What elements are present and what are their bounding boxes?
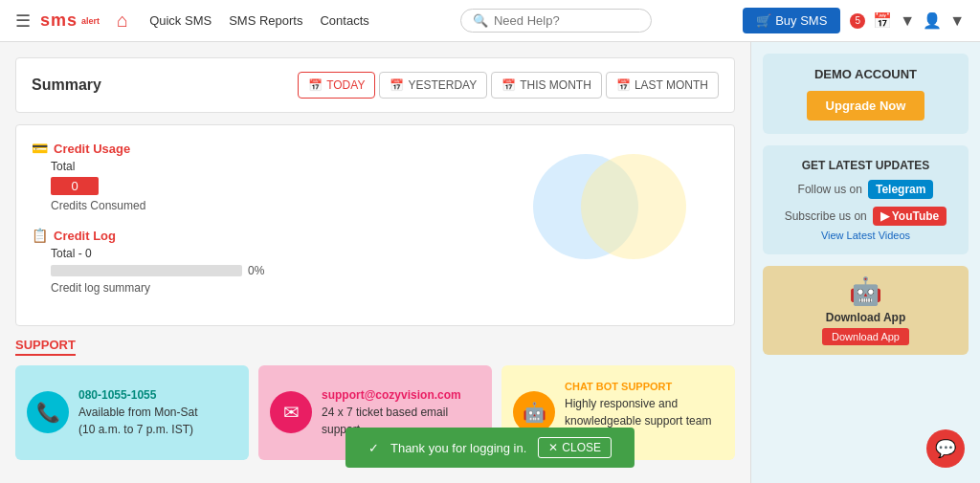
dropdown-icon[interactable]: ▼ xyxy=(949,12,965,30)
download-app-button[interactable]: Download App xyxy=(822,328,909,345)
summary-header: Summary 📅 TODAY 📅 YESTERDAY 📅 THIS MONTH… xyxy=(15,57,735,113)
phone-icon-circle: 📞 xyxy=(27,391,69,433)
main-nav: Quick SMS SMS Reports Contacts xyxy=(149,13,369,28)
main-layout: Summary 📅 TODAY 📅 YESTERDAY 📅 THIS MONTH… xyxy=(0,42,980,483)
stats-area: 💳 Credit Usage Total 0 Credits Consumed … xyxy=(15,124,735,326)
view-latest-videos-link[interactable]: View Latest Videos xyxy=(776,230,955,241)
header-icons: 5 📅 ▼ 👤 ▼ xyxy=(850,11,965,30)
checkmark-icon: ✓ xyxy=(368,441,379,455)
tab-this-month[interactable]: 📅 THIS MONTH xyxy=(491,72,602,99)
download-icon[interactable]: ▼ xyxy=(900,12,915,30)
credits-consumed-label: Credits Consumed xyxy=(51,199,338,212)
updates-title: GET LATEST UPDATES xyxy=(776,159,955,172)
header-center: 🔍 xyxy=(369,9,743,33)
stats-left: 💳 Credit Usage Total 0 Credits Consumed … xyxy=(32,141,338,310)
chatbot-link[interactable]: CHAT BOT SUPPORT xyxy=(565,379,711,395)
right-sidebar: DEMO ACCOUNT Upgrade Now GET LATEST UPDA… xyxy=(750,42,980,483)
credit-usage-label: 💳 Credit Usage xyxy=(32,141,338,156)
phone-link[interactable]: 080-1055-1055 xyxy=(78,386,198,404)
chat-icon: 💬 xyxy=(935,438,956,459)
calendar-yesterday-icon: 📅 xyxy=(390,78,404,92)
chat-bubble-button[interactable]: 💬 xyxy=(926,429,965,468)
search-input[interactable] xyxy=(494,13,637,28)
support-card-phone: 📞 080-1055-1055 Available from Mon-Sat (… xyxy=(15,365,249,460)
credit-usage-icon: 💳 xyxy=(32,141,48,156)
date-tabs: 📅 TODAY 📅 YESTERDAY 📅 THIS MONTH 📅 LAST … xyxy=(298,72,719,99)
left-content: Summary 📅 TODAY 📅 YESTERDAY 📅 THIS MONTH… xyxy=(0,42,750,483)
credit-value: 0 xyxy=(51,177,99,195)
tab-yesterday[interactable]: 📅 YESTERDAY xyxy=(379,72,487,99)
calendar-thismonth-icon: 📅 xyxy=(501,78,516,92)
header-right: 🛒 Buy SMS 5 📅 ▼ 👤 ▼ xyxy=(743,8,965,33)
email-link[interactable]: support@cozyvision.com xyxy=(322,386,480,404)
cart-icon: 🛒 xyxy=(756,13,771,28)
calendar-icon[interactable]: 📅 xyxy=(873,11,892,30)
credit-log-total: Total - 0 xyxy=(51,247,338,260)
subscribe-label: Subscribe us on xyxy=(785,209,867,223)
progress-bar-outer xyxy=(51,265,242,276)
credit-log-bar-container: 0% xyxy=(51,264,338,277)
nav-sms-reports[interactable]: SMS Reports xyxy=(229,13,302,28)
support-title: SUPPORT xyxy=(15,338,76,356)
search-icon: 🔍 xyxy=(473,13,488,28)
youtube-button[interactable]: ▶ YouTube xyxy=(873,207,947,226)
credit-log-block: 📋 Credit Log Total - 0 0% Credit log sum… xyxy=(32,228,338,295)
notification-badge: 5 xyxy=(850,13,865,29)
follow-label: Follow us on xyxy=(798,183,862,196)
credit-usage-block: 💳 Credit Usage Total 0 Credits Consumed xyxy=(32,141,338,212)
phone-line1: Available from Mon-Sat xyxy=(78,404,198,421)
summary-title: Summary xyxy=(32,77,101,94)
telegram-button[interactable]: Telegram xyxy=(868,180,933,199)
user-icon[interactable]: 👤 xyxy=(923,11,942,30)
logo-subtext: alert xyxy=(81,16,100,26)
demo-account-title: DEMO ACCOUNT xyxy=(776,67,955,81)
toast-notification: ✓ Thank you for logging in. ✕ CLOSE xyxy=(345,428,635,468)
logo: sms alert xyxy=(40,11,100,31)
subscribe-line: Subscribe us on ▶ YouTube xyxy=(776,207,955,226)
android-icon: 🤖 xyxy=(849,275,882,307)
updates-card: GET LATEST UPDATES Follow us on Telegram… xyxy=(763,145,969,254)
chatbot-line1: Highly responsive and xyxy=(565,395,711,412)
tab-today[interactable]: 📅 TODAY xyxy=(298,72,375,99)
chatbot-icon: 🤖 xyxy=(523,401,546,424)
credit-usage-link[interactable]: Credit Usage xyxy=(54,142,130,156)
email-icon: ✉ xyxy=(283,401,300,424)
youtube-play-icon: ▶ xyxy=(880,209,889,223)
buy-sms-button[interactable]: 🛒 Buy SMS xyxy=(743,8,840,33)
calendar-lastmonth-icon: 📅 xyxy=(616,78,631,92)
credit-bar-container: 0 xyxy=(51,177,338,195)
credit-log-link[interactable]: Credit Log xyxy=(54,229,116,243)
credit-usage-total: Total xyxy=(51,160,338,173)
logo-text: sms xyxy=(40,11,78,31)
venn-diagram xyxy=(523,144,696,297)
credit-log-summary-label: Credit log summary xyxy=(51,281,338,295)
phone-line2: (10 a.m. to 7 p.m. IST) xyxy=(78,421,198,438)
header: ☰ sms alert ⌂ Quick SMS SMS Reports Cont… xyxy=(0,0,980,42)
toast-close-button[interactable]: ✕ CLOSE xyxy=(538,437,612,458)
toast-message: Thank you for logging in. xyxy=(390,441,526,455)
demo-account-card: DEMO ACCOUNT Upgrade Now xyxy=(763,54,969,134)
follow-line: Follow us on Telegram xyxy=(776,180,955,199)
search-bar: 🔍 xyxy=(460,9,652,33)
download-app-card: 🤖 Download App Download App xyxy=(763,266,969,355)
email-icon-circle: ✉ xyxy=(270,391,312,433)
nav-contacts[interactable]: Contacts xyxy=(320,13,368,28)
credit-log-icon: 📋 xyxy=(32,228,48,243)
upgrade-now-button[interactable]: Upgrade Now xyxy=(807,91,925,121)
home-icon[interactable]: ⌂ xyxy=(117,10,128,32)
tab-last-month[interactable]: 📅 LAST MONTH xyxy=(606,72,719,99)
circle-yellow xyxy=(581,154,686,259)
calendar-today-icon: 📅 xyxy=(308,78,323,92)
header-left: ☰ sms alert ⌂ Quick SMS SMS Reports Cont… xyxy=(15,10,369,32)
download-app-title: Download App xyxy=(826,311,906,324)
nav-quick-sms[interactable]: Quick SMS xyxy=(149,13,212,28)
credit-log-label: 📋 Credit Log xyxy=(32,228,338,243)
hamburger-icon[interactable]: ☰ xyxy=(15,11,31,32)
progress-text: 0% xyxy=(248,264,264,277)
phone-icon: 📞 xyxy=(36,401,60,424)
chatbot-line2: knowledgeable support team xyxy=(565,412,711,429)
support-phone-text: 080-1055-1055 Available from Mon-Sat (10… xyxy=(78,386,198,438)
close-icon: ✕ xyxy=(548,441,558,454)
